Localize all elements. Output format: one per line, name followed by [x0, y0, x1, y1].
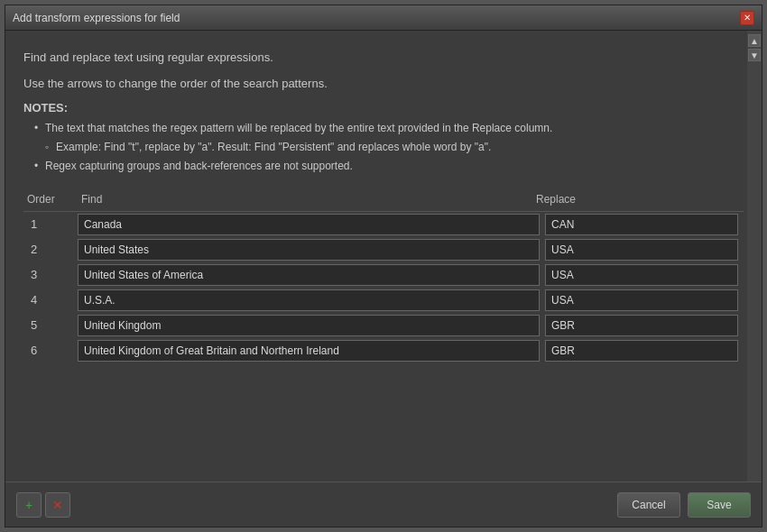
replace-input[interactable] — [545, 239, 738, 261]
find-input[interactable] — [78, 264, 540, 286]
table-row: 4 — [23, 289, 744, 311]
scroll-up-button[interactable]: ▲ — [748, 34, 761, 47]
dialog-title: Add transform expressions for field — [13, 12, 180, 24]
replace-input[interactable] — [545, 214, 738, 235]
find-cell[interactable] — [78, 264, 545, 286]
table-row: 6 — [23, 340, 744, 362]
replace-input[interactable] — [545, 315, 738, 336]
add-button[interactable]: + — [16, 492, 42, 518]
order-cell: 4 — [23, 291, 78, 308]
table-row: 2 — [23, 239, 744, 261]
replace-cell[interactable] — [545, 315, 744, 336]
find-input[interactable] — [78, 214, 540, 235]
find-cell[interactable] — [78, 214, 545, 235]
replace-cell[interactable] — [545, 289, 744, 311]
replace-input[interactable] — [545, 289, 738, 311]
find-cell[interactable] — [78, 239, 545, 261]
col-find: Find — [78, 191, 532, 207]
find-input[interactable] — [78, 289, 540, 311]
table-area: Order Find Replace 1 2 3 4 — [23, 188, 744, 472]
replace-input[interactable] — [545, 264, 738, 286]
find-input[interactable] — [78, 315, 540, 336]
table-row: 3 — [23, 264, 744, 286]
footer-right: Cancel Save — [617, 492, 751, 518]
replace-cell[interactable] — [545, 264, 744, 286]
footer-left: + ✕ — [16, 492, 70, 518]
delete-button[interactable]: ✕ — [45, 492, 70, 518]
dialog-footer: + ✕ Cancel Save — [5, 482, 762, 527]
description-1: Find and replace text using regular expr… — [23, 49, 744, 68]
title-bar: Add transform expressions for field ✕ — [5, 5, 762, 31]
note-1-example: Example: Find "t", replace by "a". Resul… — [34, 139, 744, 155]
col-replace: Replace — [532, 191, 731, 207]
notes-label: NOTES: — [23, 101, 744, 115]
find-cell[interactable] — [78, 315, 545, 336]
note-1: The text that matches the regex pattern … — [34, 120, 744, 136]
save-button[interactable]: Save — [688, 492, 751, 518]
replace-input[interactable] — [545, 340, 738, 362]
table-body: 1 2 3 4 5 — [23, 214, 744, 472]
dialog-container: Add transform expressions for field ✕ Fi… — [5, 5, 762, 527]
find-input[interactable] — [78, 340, 540, 362]
find-cell[interactable] — [78, 340, 545, 362]
scrollbar: ▲ ▼ — [747, 31, 762, 482]
notes-section: NOTES: The text that matches the regex p… — [23, 101, 744, 177]
find-cell[interactable] — [78, 289, 545, 311]
scroll-down-button[interactable]: ▼ — [748, 49, 761, 61]
find-input[interactable] — [78, 239, 540, 261]
table-header: Order Find Replace — [23, 188, 744, 212]
description-2: Use the arrows to change the order of th… — [23, 75, 744, 94]
replace-cell[interactable] — [545, 340, 744, 362]
order-cell: 3 — [23, 266, 78, 283]
dialog-content: Find and replace text using regular expr… — [5, 31, 762, 482]
note-2: Regex capturing groups and back-referenc… — [34, 158, 744, 174]
order-cell: 6 — [23, 342, 78, 359]
table-row: 5 — [23, 315, 744, 336]
order-cell: 1 — [23, 216, 78, 233]
cancel-button[interactable]: Cancel — [617, 492, 680, 518]
table-row: 1 — [23, 214, 744, 235]
replace-cell[interactable] — [545, 214, 744, 235]
close-button[interactable]: ✕ — [740, 11, 754, 25]
order-cell: 2 — [23, 241, 78, 258]
order-cell: 5 — [23, 316, 78, 334]
replace-cell[interactable] — [545, 239, 744, 261]
col-order: Order — [23, 191, 78, 207]
